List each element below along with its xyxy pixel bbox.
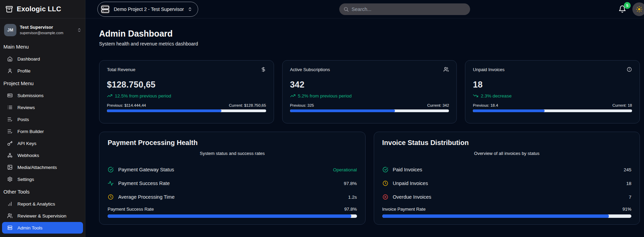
- main-content: Admin Dashboard System health and revenu…: [85, 18, 644, 237]
- page-title: Admin Dashboard: [99, 29, 640, 39]
- stat-card-compare: Previous: $114.444,44Current: $128.750,6…: [107, 103, 266, 107]
- search-input[interactable]: [339, 3, 470, 15]
- sidebar-item-profile[interactable]: Profile: [2, 65, 83, 77]
- clock-icon: [108, 194, 114, 200]
- sidebar-item-webhooks[interactable]: Webhooks: [2, 149, 83, 161]
- sidebar: JM Test Supervisor supervisor@example.co…: [0, 18, 85, 237]
- sidebar-item-label: API Keys: [17, 141, 37, 146]
- panel-subtitle: Overview of all invoices by status: [382, 151, 632, 156]
- stat-card-title: Active Subscriptions: [290, 67, 330, 72]
- panel-row-value: 18: [626, 181, 631, 186]
- user-menu[interactable]: JM Test Supervisor supervisor@example.co…: [4, 23, 82, 38]
- sidebar-item-label: Webhooks: [17, 153, 39, 158]
- sidebar-item-form-builder[interactable]: Form Builder: [2, 126, 83, 137]
- panel-row-paid-invoices: Paid Invoices245: [382, 163, 632, 176]
- notification-badge: 5: [624, 2, 631, 9]
- nav-section-title-main-menu: Main Menu: [0, 40, 85, 53]
- progress-bar-fill: [108, 214, 351, 218]
- top-bar-main: Demo Project 2 - Test Supervisor 5: [85, 0, 644, 18]
- home-icon: [7, 56, 13, 62]
- trending-down-icon: [473, 93, 478, 98]
- stat-card-change: 5.2% from previous period: [290, 93, 449, 98]
- panel-row-value: 7: [629, 195, 631, 200]
- stat-card-change-text: 12.5% from previous period: [115, 93, 171, 98]
- trending-up-icon: [107, 93, 112, 98]
- panel-footer: Invoice Payment Rate91%: [382, 207, 632, 212]
- stat-card-value: 342: [290, 80, 449, 90]
- panel-footer-value: 97.8%: [344, 207, 357, 212]
- chevrons-up-down-icon: [188, 7, 192, 12]
- panel-row-value: 1.2s: [348, 195, 357, 200]
- sidebar-item-reviews[interactable]: Reviews: [2, 102, 83, 113]
- user-meta: Test Supervisor supervisor@example.com: [20, 25, 73, 35]
- panel-row-label: Payment Gateway Status: [118, 167, 329, 172]
- stat-cards-row: Total Revenue$128.750,6512.5% from previ…: [99, 60, 640, 123]
- image-icon: [7, 164, 13, 170]
- webhook-icon: [7, 153, 13, 158]
- panel-subtitle: System status and success rates: [108, 151, 357, 156]
- nav-section-title-project-menu: Project Menu: [0, 77, 85, 89]
- panel-row-label: Payment Success Rate: [118, 181, 339, 186]
- sidebar-item-api-keys[interactable]: API Keys: [2, 137, 83, 149]
- sidebar-item-report-analytics[interactable]: Report & Analytics: [2, 198, 83, 210]
- sidebar-item-media-attachments[interactable]: Media/Attachments: [2, 161, 83, 173]
- stat-card-change-text: 5.2% from previous period: [298, 93, 352, 98]
- progress-bar-fill: [473, 109, 545, 112]
- panel-row-payment-gateway-status: Payment Gateway StatusOperational: [108, 163, 357, 176]
- panel-row-average-processing-time: Average Processing Time1.2s: [108, 190, 357, 204]
- sidebar-item-admin-tools[interactable]: Admin Tools: [2, 222, 83, 234]
- server-icon: [7, 225, 13, 231]
- alert-circle-icon: [627, 67, 632, 72]
- stat-card-change: 12.5% from previous period: [107, 93, 266, 98]
- stat-card-unpaid-invoices: Unpaid Invoices182.3% decreasePrevious: …: [465, 60, 640, 123]
- company-logo-icon: [5, 5, 13, 13]
- stat-card-change: 2.3% decrease: [473, 93, 632, 98]
- panel-footer: Payment Success Rate97.8%: [108, 207, 357, 212]
- project-selector-label: Demo Project 2 - Test Supervisor: [114, 6, 184, 12]
- chevrons-up-down-icon: [77, 28, 82, 32]
- check-circle-icon: [108, 167, 114, 173]
- panel-footer-label: Payment Success Rate: [108, 207, 154, 212]
- current-value-label: Current: 18: [612, 103, 632, 107]
- progress-bar: [382, 214, 632, 218]
- stat-card-header: Total Revenue: [107, 67, 266, 72]
- panel-row-value: Operational: [333, 167, 357, 172]
- panel-title: Payment Processing Health: [108, 139, 357, 147]
- progress-bar: [108, 214, 357, 218]
- notifications-button[interactable]: 5: [618, 5, 626, 13]
- sidebar-item-label: Reviews: [17, 105, 35, 110]
- sidebar-item-label: Form Builder: [17, 129, 44, 134]
- current-value-label: Current: $128.750,65: [229, 103, 266, 107]
- panel-invoice-status-distribution: Invoice Status DistributionOverview of a…: [374, 132, 640, 225]
- clock-icon: [382, 180, 388, 186]
- sidebar-item-settings[interactable]: Settings: [2, 173, 83, 185]
- brand-name: Exologic LLC: [17, 5, 61, 13]
- app-root: Exologic LLC Demo Project 2 - Test Super…: [0, 0, 644, 237]
- stat-card-title: Total Revenue: [107, 67, 135, 72]
- top-bar: Exologic LLC Demo Project 2 - Test Super…: [0, 0, 644, 18]
- progress-bar: [290, 109, 449, 112]
- sidebar-item-submissions[interactable]: Submissions: [2, 90, 83, 101]
- previous-value-label: Previous: 18.4: [473, 103, 498, 107]
- top-bar-actions: 5: [618, 0, 644, 18]
- progress-bar-fill: [290, 109, 395, 112]
- users-icon: [7, 213, 13, 219]
- sidebar-item-reviewer-supervision[interactable]: Reviewer & Supervision: [2, 210, 83, 222]
- sidebar-item-label: Posts: [17, 117, 29, 122]
- project-selector[interactable]: Demo Project 2 - Test Supervisor: [97, 2, 198, 17]
- panel-row-label: Overdue Invoices: [393, 194, 625, 200]
- panel-footer-value: 91%: [622, 207, 631, 212]
- theme-toggle-button[interactable]: [632, 2, 644, 16]
- sidebar-item-dashboard[interactable]: Dashboard: [2, 53, 83, 65]
- progress-bar-fill: [107, 109, 221, 112]
- stat-card-compare: Previous: 325Current: 342: [290, 103, 449, 107]
- sidebar-item-posts[interactable]: Posts: [2, 114, 83, 125]
- page-subtitle: System health and revenue metrics dashbo…: [99, 41, 640, 47]
- progress-bar-fill: [382, 214, 609, 218]
- sidebar-nav: Main MenuDashboardProfileProject MenuSub…: [0, 40, 85, 234]
- sidebar-item-label: Dashboard: [17, 56, 40, 62]
- sidebar-item-label: Settings: [17, 177, 34, 182]
- search-bar: [339, 3, 470, 15]
- stat-card-header: Active Subscriptions: [290, 67, 449, 72]
- sidebar-item-label: Reviewer & Supervision: [17, 213, 66, 219]
